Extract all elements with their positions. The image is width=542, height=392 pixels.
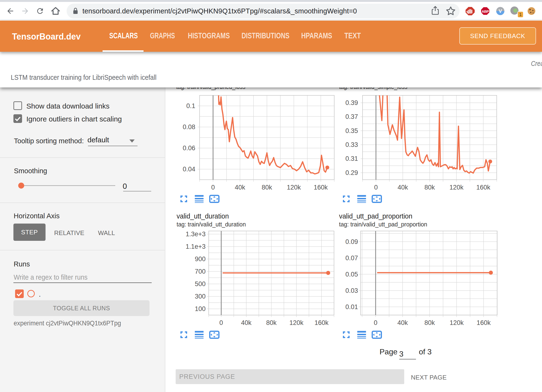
svg-text:valid_utt_duration: valid_utt_duration — [177, 212, 229, 220]
svg-text:1.3e+3: 1.3e+3 — [186, 231, 206, 238]
svg-text:500: 500 — [195, 280, 206, 288]
svg-text:tag: train/valid_utt_duration: tag: train/valid_utt_duration — [177, 221, 246, 228]
svg-text:0.03: 0.03 — [345, 287, 358, 294]
svg-text:40k: 40k — [398, 319, 408, 326]
svg-text:0.09: 0.09 — [345, 238, 358, 245]
svg-text:300: 300 — [195, 293, 206, 300]
svg-text:40k: 40k — [398, 184, 408, 191]
svg-text:80k: 80k — [266, 319, 277, 326]
svg-text:tag: train/valid_utt_pad_propo: tag: train/valid_utt_pad_proportion — [339, 221, 427, 228]
svg-text:V: V — [499, 8, 502, 14]
svg-text:80k: 80k — [262, 184, 272, 191]
svg-text:40k: 40k — [241, 319, 252, 326]
svg-text:900: 900 — [195, 255, 206, 263]
svg-text:0.1: 0.1 — [186, 102, 195, 110]
svg-text:0: 0 — [374, 184, 378, 191]
svg-text:40k: 40k — [235, 184, 245, 191]
svg-text:0.35: 0.35 — [345, 127, 358, 134]
svg-text:0.39: 0.39 — [345, 99, 358, 106]
svg-text:0: 0 — [374, 319, 377, 326]
svg-text:0: 0 — [211, 184, 215, 191]
svg-text:0.07: 0.07 — [345, 254, 358, 262]
svg-text:0.33: 0.33 — [345, 141, 358, 148]
svg-text:700: 700 — [195, 268, 206, 275]
svg-text:160k: 160k — [315, 319, 329, 326]
svg-text:0.04: 0.04 — [183, 166, 195, 173]
svg-text:1.1e+3: 1.1e+3 — [186, 243, 206, 250]
svg-text:160k: 160k — [314, 184, 328, 191]
svg-text:valid_utt_pad_proportion: valid_utt_pad_proportion — [339, 212, 412, 220]
svg-text:0.08: 0.08 — [183, 123, 195, 131]
svg-text:120k: 120k — [289, 319, 304, 326]
svg-text:0.05: 0.05 — [345, 271, 358, 278]
svg-text:0.29: 0.29 — [345, 169, 358, 176]
svg-text:0.06: 0.06 — [183, 144, 195, 152]
svg-text:0.31: 0.31 — [345, 155, 358, 162]
svg-text:ABP: ABP — [482, 9, 489, 13]
svg-text:80k: 80k — [424, 319, 435, 326]
svg-text:120k: 120k — [450, 184, 464, 191]
svg-text:80k: 80k — [424, 184, 435, 191]
svg-text:160k: 160k — [476, 184, 490, 191]
svg-text:1: 1 — [519, 12, 522, 17]
svg-text:120k: 120k — [287, 184, 301, 191]
svg-text:100: 100 — [195, 305, 206, 312]
svg-text:0: 0 — [219, 319, 223, 326]
svg-text:120k: 120k — [450, 319, 464, 326]
svg-text:160k: 160k — [477, 319, 491, 326]
svg-text:0.01: 0.01 — [345, 303, 358, 311]
svg-text:0.37: 0.37 — [345, 113, 358, 120]
